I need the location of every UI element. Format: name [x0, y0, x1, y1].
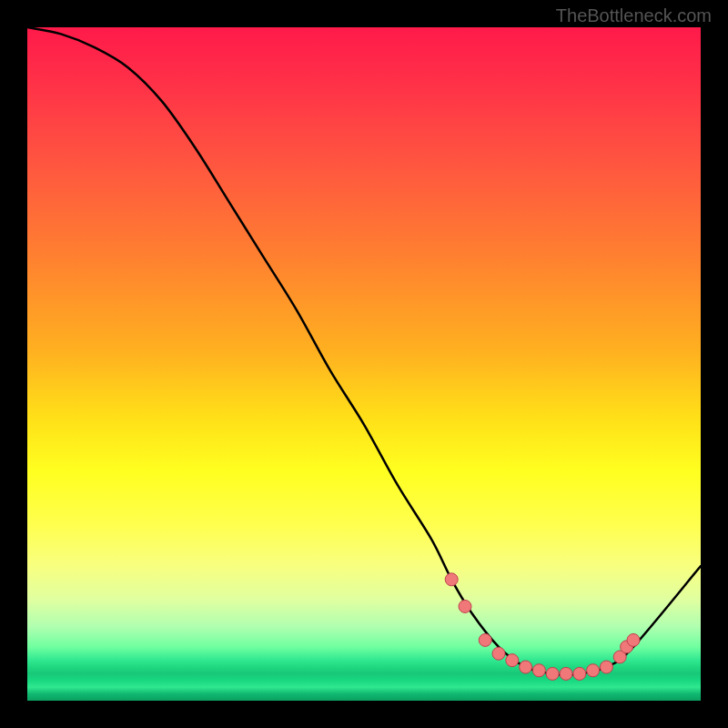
curve-marker	[459, 600, 471, 612]
curve-marker	[445, 573, 458, 586]
curve-marker	[506, 654, 519, 667]
chart-svg	[27, 27, 701, 701]
curve-markers	[445, 573, 640, 681]
curve-marker	[627, 633, 640, 646]
watermark-text: TheBottleneck.com	[556, 5, 712, 26]
curve-marker	[520, 661, 532, 673]
curve-marker	[560, 667, 572, 680]
curve-marker	[573, 667, 586, 680]
curve-marker	[492, 647, 505, 660]
curve-marker	[600, 661, 612, 673]
curve-marker	[546, 667, 559, 680]
curve-line	[27, 27, 701, 674]
curve-marker	[532, 664, 545, 677]
plot-area	[27, 27, 701, 701]
curve-marker	[479, 633, 491, 646]
curve-marker	[587, 664, 600, 677]
